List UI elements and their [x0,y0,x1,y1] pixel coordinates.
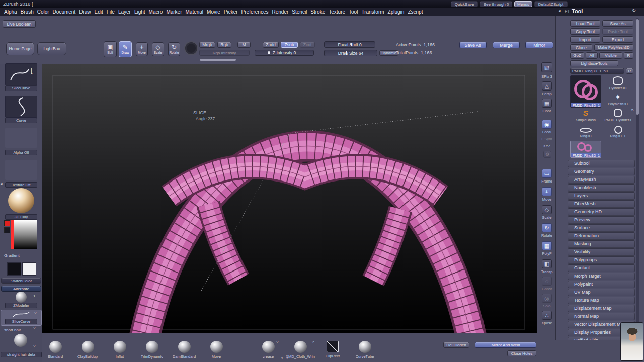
floor-icon[interactable]: ▦ [542,99,552,108]
move-mode-button[interactable]: + Move [136,42,148,56]
section-visibility[interactable]: Visibility [568,248,635,256]
paste-tool-button[interactable]: Paste Tool [602,28,633,35]
section-masking[interactable]: Masking [568,240,635,248]
section-uv-map[interactable]: UV Map [568,289,635,296]
menu-item[interactable]: Material [186,9,204,15]
brush-trimdynamic[interactable]: TrimDynamic [136,341,168,359]
section-subtool[interactable]: Subtool [568,160,635,167]
color-picker-square[interactable] [11,220,37,249]
focal-shift-slider[interactable]: Focal Shift 0 [324,41,375,48]
frame-icon[interactable]: ▭ [542,169,552,178]
section-morph-target[interactable]: Morph Target [568,273,635,280]
zmodeler-thumb[interactable] [16,292,27,303]
spix-slider[interactable]: SPix 3 [537,74,556,79]
brush-cliprect[interactable]: ClipRect [316,341,349,359]
xyz-toggle[interactable]: XYZ [537,144,556,148]
menu-item[interactable]: Stroke [310,9,325,15]
goz-all-button[interactable]: All [586,52,598,59]
simplebrush-thumb[interactable]: S [581,109,591,118]
section-displacement-map[interactable]: Displacement Map [568,305,635,312]
tray-collapse-arrow[interactable]: ◂ [558,8,564,14]
gear-icon[interactable]: ⚙ [543,151,551,158]
menu-item[interactable]: Macro [149,9,163,15]
menu-item[interactable]: Tool [349,9,358,15]
copy-tool-button[interactable]: Copy Tool [570,28,600,35]
section-fibermesh[interactable]: FiberMesh [568,200,635,208]
brush-claybuildup[interactable]: ClayBuildup [71,341,104,359]
active-tool-thumbnail[interactable]: PM3D_Ring3D_1 [570,75,601,108]
goz-r-button[interactable]: R [624,52,633,59]
short-hair-badge[interactable]: ? [33,326,35,330]
toolbar-scrollbar[interactable] [200,59,236,61]
clone-button[interactable]: Clone [570,44,592,51]
menu-item[interactable]: Stencil [292,9,307,15]
import-button[interactable]: Import [570,36,600,43]
tray-scroll-left-arrow[interactable]: ◂ [281,356,283,360]
menu-item[interactable]: Document [53,9,76,15]
section-arraymesh[interactable]: ArrayMesh [568,176,635,184]
nav-move-icon[interactable]: + [542,187,552,196]
section-preview[interactable]: Preview [568,216,635,224]
menu-item[interactable]: Zscript [408,9,423,15]
quicksave-button[interactable]: QuickSave [451,1,478,7]
brush-standard[interactable]: Standard [39,341,71,359]
goz-button[interactable]: GoZ [570,52,584,59]
export-button[interactable]: Export [602,36,633,43]
lightbox-tools-button[interactable]: Lightbox▸Tools [570,60,618,66]
section-polygroups[interactable]: Polygroups [568,256,635,264]
menu-item[interactable]: Picker [224,9,238,15]
palette-scrollbar-thumb[interactable] [636,19,639,115]
selected-tool-thumbnail[interactable]: PM3D_Ring3D_1 [570,141,601,158]
section-layers[interactable]: Layers [568,192,635,200]
menu-item[interactable]: Zplugin [388,9,405,15]
menu-item[interactable]: Transform [361,9,384,15]
palette-reset-icon[interactable]: ↻ [632,8,638,14]
ghost-icon[interactable]: ◌ [542,277,552,286]
menu-item[interactable]: Marker [166,9,182,15]
ring3d-1-thumb[interactable] [614,126,622,134]
goz-visible-button[interactable]: Visible [599,52,622,59]
alpha-thumb[interactable] [5,128,37,148]
tray-scroll-right-arrow[interactable]: ▸ [287,356,289,360]
section-geometry-hd[interactable]: Geometry HD [568,208,635,216]
rotate-mode-button[interactable]: ↻ Rotate [168,42,180,56]
menu-item[interactable]: Texture [329,9,345,15]
section-nanomesh[interactable]: NanoMesh [568,184,635,192]
draw-size-knob[interactable] [346,51,347,55]
mrgb-button[interactable]: Mrgb [199,42,215,48]
menu-item[interactable]: Layer [118,9,131,15]
cylinder3d-thumb[interactable] [613,76,623,85]
scale-mode-button[interactable]: ◇ Scale [152,42,164,56]
live-boolean-button[interactable]: Live Boolean [3,20,36,28]
zcut-button[interactable]: Zcut [300,42,315,48]
lsym-toggle[interactable]: L.Sym [537,137,556,141]
see-through-slider[interactable]: See-through 0 [480,1,512,7]
load-tool-button[interactable]: Load Tool [570,20,600,27]
rgb-intensity-slider[interactable]: Rgb Intensity [199,50,250,56]
color-swatch-dark[interactable] [4,227,10,233]
nav-rotate-icon[interactable]: ↻ [542,223,552,232]
z-intensity-knob[interactable] [268,51,270,54]
material-thumb[interactable] [8,188,34,213]
del-hidden-button[interactable]: Del Hidden [443,342,469,348]
menu-item[interactable]: Edit [95,9,103,15]
section-surface[interactable]: Surface [568,224,635,232]
menu-item[interactable]: Brush [21,9,34,15]
left-tray-collapse-arrow[interactable]: ◂ [0,180,4,187]
mirror-button[interactable]: Mirror [525,42,553,48]
make-polymesh3d-button[interactable]: Make PolyMesh3D [594,44,633,51]
polyframe-icon[interactable]: ▦ [542,241,552,250]
menu-item[interactable]: Preferences [242,9,269,15]
tool-r-button[interactable]: R [626,68,633,74]
merge-button[interactable]: Merge [493,42,520,48]
current-stroke-thumb[interactable] [5,96,37,118]
zadd-button[interactable]: Zadd [263,42,279,48]
rgb-button[interactable]: Rgb [217,42,231,48]
slicecurve-badge[interactable]: ? [34,311,36,315]
main-color-swatch[interactable] [7,262,21,276]
mirror-and-weld-button[interactable]: Mirror And Weld [475,342,536,348]
menu-item[interactable]: Light [134,9,145,15]
home-page-button[interactable]: Home Page [6,42,34,55]
switchcolor-button[interactable]: SwitchColor [1,278,41,284]
m-button[interactable]: M [237,42,251,48]
